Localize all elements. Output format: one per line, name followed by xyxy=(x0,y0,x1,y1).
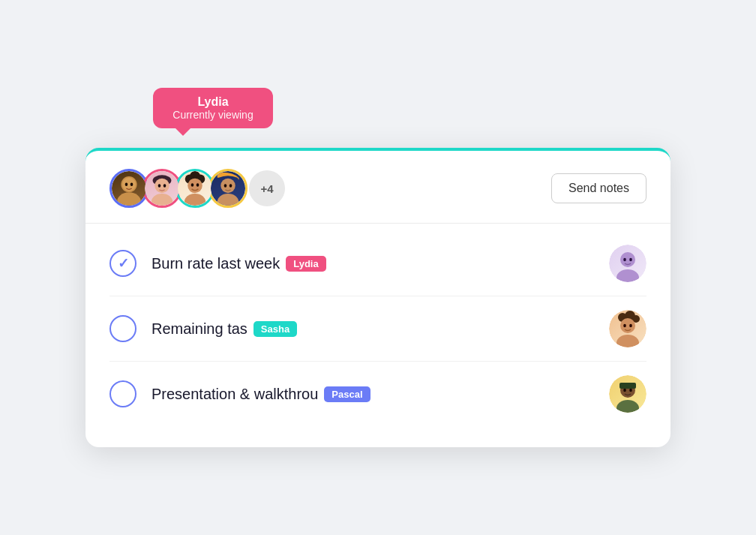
task-checkbox-3[interactable] xyxy=(110,380,136,407)
avatar-1 xyxy=(110,169,148,208)
lydia-tooltip: Lydia Currently viewing xyxy=(153,88,273,128)
task-list: Burn rate last week Lydia xyxy=(86,224,670,447)
svg-point-1 xyxy=(117,192,141,206)
tooltip-status: Currently viewing xyxy=(166,109,260,121)
svg-point-7 xyxy=(152,194,172,206)
svg-point-33 xyxy=(629,324,632,327)
user-badge-pascal: Pascal xyxy=(324,386,370,402)
avatar-group: +4 xyxy=(110,169,285,208)
task-item: Presentation & walkthrou Pascal xyxy=(110,362,646,426)
avatar-2 xyxy=(142,169,182,208)
svg-point-15 xyxy=(191,183,194,186)
main-card: +4 Send notes Burn rate last week Lydia xyxy=(86,148,670,447)
svg-point-20 xyxy=(230,184,232,187)
task-text-wrap-2: Remaining tas Sasha xyxy=(152,320,609,338)
avatar-extra-count: +4 xyxy=(249,170,285,206)
svg-point-25 xyxy=(629,258,632,261)
task-item: Burn rate last week Lydia xyxy=(110,231,646,296)
task-avatar-3 xyxy=(609,375,646,413)
svg-point-19 xyxy=(224,184,227,187)
svg-point-14 xyxy=(184,194,206,206)
svg-point-38 xyxy=(629,389,632,392)
main-scene: Lydia Currently viewing xyxy=(86,88,670,447)
task-avatar-1 xyxy=(609,245,646,282)
svg-point-9 xyxy=(164,184,166,187)
send-notes-button[interactable]: Send notes xyxy=(551,173,646,203)
task-label-1: Burn rate last week xyxy=(152,255,280,272)
task-text-wrap-1: Burn rate last week Lydia xyxy=(152,255,609,272)
task-checkbox-1[interactable] xyxy=(110,250,136,277)
svg-point-4 xyxy=(130,182,134,185)
user-badge-sasha: Sasha xyxy=(254,321,297,337)
task-label-2: Remaining tas xyxy=(152,320,248,338)
task-checkbox-2[interactable] xyxy=(110,315,136,342)
svg-point-37 xyxy=(623,389,626,392)
task-text-wrap-3: Presentation & walkthrou Pascal xyxy=(152,386,609,403)
avatar-4 xyxy=(208,169,248,208)
svg-point-8 xyxy=(158,184,161,187)
tooltip-name: Lydia xyxy=(166,95,260,109)
user-badge-lydia: Lydia xyxy=(286,256,326,272)
task-avatar-2 xyxy=(609,310,646,347)
card-header: +4 Send notes xyxy=(86,151,670,224)
avatar-3 xyxy=(176,169,214,208)
svg-point-16 xyxy=(196,183,200,186)
svg-point-32 xyxy=(623,324,626,327)
svg-rect-39 xyxy=(620,383,636,389)
svg-point-18 xyxy=(218,194,238,206)
task-label-3: Presentation & walkthrou xyxy=(152,386,318,403)
task-item: Remaining tas Sasha xyxy=(110,296,646,362)
svg-point-24 xyxy=(623,258,626,261)
svg-point-3 xyxy=(125,182,128,185)
